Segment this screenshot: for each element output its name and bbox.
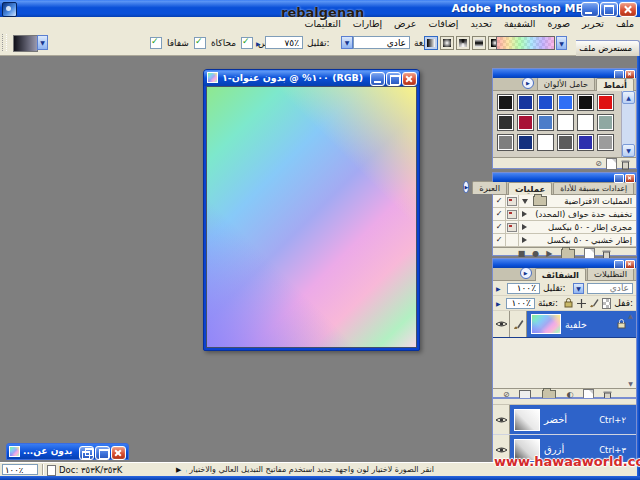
- doc-minimize-button[interactable]: [370, 72, 385, 86]
- menu-image[interactable]: صورة: [547, 18, 570, 29]
- style-swatch[interactable]: [497, 114, 514, 131]
- modal-dialog-icon[interactable]: [507, 197, 517, 206]
- channel-visibility-eye-icon[interactable]: [493, 405, 510, 434]
- layers-fill-field[interactable]: ١٠٠٪: [506, 298, 535, 309]
- styles-palette-titlebar[interactable]: [493, 69, 636, 78]
- expand-down-icon[interactable]: [522, 199, 528, 204]
- mini-close-button[interactable]: [111, 446, 126, 460]
- style-swatch[interactable]: [537, 114, 554, 131]
- style-swatch[interactable]: [537, 94, 554, 111]
- action-check-icon[interactable]: ✓: [496, 210, 503, 218]
- doc-close-button[interactable]: [402, 72, 417, 86]
- record-icon[interactable]: ●: [532, 250, 539, 258]
- checkbox-reverse[interactable]: [241, 37, 253, 49]
- style-swatch[interactable]: [517, 134, 534, 151]
- layer-row-background[interactable]: خلفية: [493, 311, 636, 338]
- menu-edit[interactable]: تحرير: [582, 18, 604, 29]
- mode-select[interactable]: عادي: [353, 36, 410, 49]
- scroll-down-icon[interactable]: ▼: [628, 380, 633, 387]
- layers-fill-popup-icon[interactable]: ▶: [496, 298, 503, 308]
- layer-paint-brush-icon[interactable]: [510, 311, 527, 337]
- style-swatch[interactable]: [517, 114, 534, 131]
- mini-maximize-button[interactable]: [95, 446, 110, 460]
- action-check-icon[interactable]: ✓: [496, 223, 503, 231]
- gradient-tool-preset[interactable]: [13, 35, 38, 52]
- style-swatch[interactable]: [557, 114, 574, 131]
- actions-palette-close-button[interactable]: [625, 174, 635, 183]
- layer-name[interactable]: خلفية: [565, 319, 587, 330]
- layers-palette-menu-icon[interactable]: ▶: [520, 267, 532, 279]
- checkbox-transparency[interactable]: [150, 37, 162, 49]
- style-swatch[interactable]: [577, 134, 594, 151]
- menu-filter[interactable]: إضافات: [428, 18, 458, 29]
- layer-thumbnail[interactable]: [531, 314, 561, 334]
- maximize-button[interactable]: [600, 2, 618, 17]
- channel-row-green[interactable]: أخضر Ctrl+٢: [493, 405, 636, 435]
- tab-layers[interactable]: الشفائف: [535, 268, 586, 281]
- styles-scrollbar[interactable]: ▲ ▼: [621, 91, 635, 157]
- lock-all-icon[interactable]: [564, 298, 573, 309]
- style-swatch[interactable]: [577, 94, 594, 111]
- linear-gradient-button[interactable]: [424, 36, 438, 50]
- style-swatch[interactable]: [497, 134, 514, 151]
- radial-gradient-button[interactable]: [440, 36, 454, 50]
- layers-opacity-popup-icon[interactable]: ▶: [496, 283, 504, 293]
- action-check-icon[interactable]: ✓: [496, 197, 503, 205]
- checkbox-dither[interactable]: [194, 37, 206, 49]
- modal-dialog-icon[interactable]: [507, 223, 517, 232]
- menu-view[interactable]: عرض: [394, 18, 416, 29]
- layers-opacity-field[interactable]: ١٠٠٪: [507, 283, 540, 294]
- expand-right-icon[interactable]: [522, 211, 527, 217]
- style-swatch[interactable]: [517, 94, 534, 111]
- new-style-icon[interactable]: [606, 158, 617, 170]
- style-swatch[interactable]: [597, 94, 614, 111]
- zoom-level-field[interactable]: ١٠٠٪: [2, 464, 38, 475]
- gradient-picker-dropdown-icon[interactable]: ▼: [556, 36, 567, 50]
- doc-maximize-button[interactable]: [386, 72, 401, 86]
- style-swatch[interactable]: [557, 94, 574, 111]
- scroll-up-icon[interactable]: ▲: [628, 312, 633, 319]
- minimized-document-window[interactable]: بدون عن...: [6, 443, 129, 460]
- action-row[interactable]: ✓ تخفيف حدة حواف (المحدد): [493, 208, 636, 221]
- style-swatch[interactable]: [597, 114, 614, 131]
- tab-actions[interactable]: عمليات: [508, 182, 552, 195]
- delete-style-trash-icon[interactable]: [621, 159, 630, 170]
- scroll-up-icon[interactable]: ▲: [622, 91, 635, 104]
- minimize-button[interactable]: [581, 2, 599, 17]
- action-row[interactable]: ✓ العمليات الافتراضية: [493, 195, 636, 208]
- stop-icon[interactable]: ■: [518, 250, 526, 258]
- expand-right-icon[interactable]: [522, 237, 527, 243]
- tool-preset-dropdown-icon[interactable]: ▼: [37, 35, 48, 50]
- layers-palette-close-button[interactable]: [625, 260, 635, 269]
- options-bar-grip[interactable]: [2, 34, 7, 51]
- tab-history[interactable]: العبرة: [472, 181, 507, 194]
- actions-palette-menu-icon[interactable]: ▶: [463, 181, 469, 193]
- action-row[interactable]: ✓ إطار خشبي - ٥٠ بيكسل: [493, 234, 636, 247]
- layer-visibility-eye-icon[interactable]: [493, 311, 510, 337]
- style-swatch[interactable]: [537, 134, 554, 151]
- actions-palette-minimize-button[interactable]: [614, 174, 624, 183]
- style-swatch[interactable]: [557, 134, 574, 151]
- lock-position-move-icon[interactable]: [576, 298, 585, 309]
- tab-styles[interactable]: أنماط: [596, 78, 634, 91]
- layers-palette-minimize-button[interactable]: [614, 260, 624, 269]
- tab-swatches[interactable]: حامل الألوان: [537, 77, 595, 90]
- play-icon[interactable]: ▶: [546, 250, 552, 258]
- actions-palette-titlebar[interactable]: [493, 173, 636, 182]
- canvas-gradient-image[interactable]: [206, 86, 417, 348]
- style-swatch[interactable]: [497, 94, 514, 111]
- action-check-icon[interactable]: ✓: [496, 236, 503, 244]
- lock-transparency-icon[interactable]: [602, 298, 612, 309]
- tab-tool-presets[interactable]: إعدادات مسبقة للأداة: [553, 182, 634, 194]
- close-button[interactable]: [619, 2, 637, 17]
- menu-select[interactable]: تحديد: [470, 18, 491, 29]
- mini-restore-button[interactable]: [79, 446, 94, 460]
- expand-right-icon[interactable]: [522, 224, 527, 230]
- well-tab-file-browser[interactable]: مستعرض ملف: [576, 40, 640, 56]
- layers-palette-titlebar[interactable]: [493, 259, 636, 268]
- blend-mode-select[interactable]: عادي: [587, 283, 633, 294]
- opacity-field[interactable]: ٧٥٪: [265, 36, 303, 49]
- mode-dropdown-arrow-icon[interactable]: ▼: [341, 36, 353, 49]
- scroll-down-icon[interactable]: ▼: [622, 144, 635, 157]
- clear-style-icon[interactable]: ⊘: [595, 160, 602, 168]
